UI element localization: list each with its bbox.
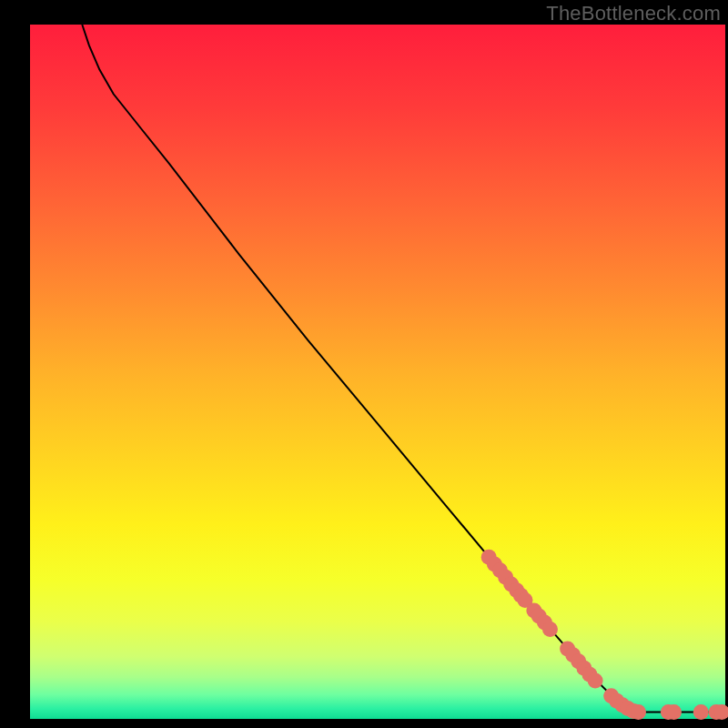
chart-stage: TheBottleneck.com [0,0,728,728]
data-marker [693,704,709,720]
data-marker [631,704,646,720]
data-marker [542,622,558,637]
data-marker [588,673,603,689]
bottleneck-chart [0,0,728,728]
gradient-background [30,25,725,719]
data-marker [666,704,682,720]
